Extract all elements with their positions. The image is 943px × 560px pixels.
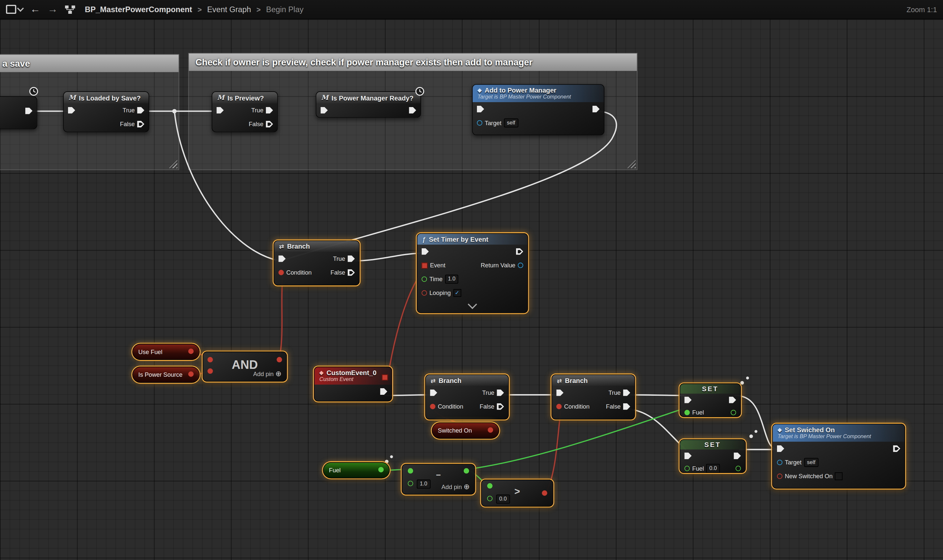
pin-label: False — [480, 403, 494, 410]
node-is-power-manager-ready[interactable]: M Is Power Manager Ready? — [316, 91, 421, 118]
node-greater[interactable]: 0.0 > — [481, 480, 554, 506]
getter-fuel[interactable]: Fuel — [323, 462, 390, 478]
fuel-in-pin[interactable] — [684, 410, 690, 415]
looping-checkbox[interactable]: ✓ — [453, 289, 461, 297]
add-pin-button[interactable]: Add pin ⊕ — [253, 369, 281, 378]
node-subtract[interactable]: 1.0 − Add pin ⊕ — [402, 464, 475, 495]
float-out-pin[interactable] — [378, 467, 384, 472]
exec-out-pin[interactable] — [409, 107, 416, 114]
target-value[interactable]: self — [504, 118, 519, 127]
bool-out-pin[interactable] — [488, 427, 493, 432]
node-is-loaded-by-save[interactable]: M Is Loaded by Save? True False — [63, 91, 149, 132]
fuel-out-pin[interactable] — [731, 410, 736, 415]
bool-out-pin[interactable] — [188, 371, 194, 377]
exec-false-pin[interactable] — [266, 121, 273, 128]
exec-true-pin[interactable] — [348, 255, 355, 262]
bool-out-pin[interactable] — [188, 348, 194, 354]
node-completed-cut[interactable]: mpleted — [0, 96, 37, 129]
node-subtitle: Target is BP Master Power Component — [778, 433, 900, 439]
getter-use-fuel[interactable]: Use Fuel — [133, 344, 200, 360]
pin-label: Condition — [286, 269, 312, 276]
function-icon: ƒ — [422, 235, 426, 243]
breadcrumb-blueprint[interactable]: BP_MasterPowerComponent — [85, 5, 192, 14]
comment-resize-handle[interactable] — [627, 160, 636, 169]
exec-false-pin[interactable] — [497, 403, 504, 410]
exec-true-pin[interactable] — [266, 107, 273, 114]
breadcrumb-begin-play[interactable]: Begin Play — [266, 5, 304, 14]
exec-true-pin[interactable] — [497, 389, 504, 396]
comment-resize-handle[interactable] — [169, 160, 177, 169]
node-branch-3[interactable]: ⇄ Branch True Condition False — [551, 374, 635, 419]
exec-false-pin[interactable] — [623, 403, 630, 410]
exec-in-pin[interactable] — [684, 452, 691, 459]
subtract-operator-label: − — [402, 470, 475, 480]
fuel-in-pin[interactable] — [684, 466, 690, 471]
subtract-in-pin-2[interactable] — [408, 481, 413, 486]
delegate-out-pin[interactable] — [382, 374, 388, 380]
exec-in-pin[interactable] — [217, 107, 224, 114]
exec-in-pin[interactable] — [422, 248, 429, 255]
forward-button[interactable]: → — [48, 4, 58, 14]
exec-in-pin[interactable] — [321, 107, 328, 114]
node-branch-2[interactable]: ⇄ Branch True Condition False — [425, 374, 509, 419]
target-pin[interactable] — [777, 460, 782, 465]
node-set-swiched-on[interactable]: ◆ Set Swiched On Target is BP Master Pow… — [772, 424, 905, 489]
condition-pin[interactable] — [278, 270, 284, 275]
fuel-out-pin[interactable] — [736, 466, 741, 471]
node-add-to-power-manager[interactable]: ◆ Add to Power Manager Target is BP Mast… — [472, 84, 605, 135]
exec-true-pin[interactable] — [137, 107, 144, 114]
toolbar: ← → BP_MasterPowerComponent > Event Grap… — [0, 0, 943, 19]
target-pin[interactable] — [477, 120, 482, 125]
exec-in-pin[interactable] — [556, 389, 563, 396]
graph-hierarchy-button[interactable] — [65, 5, 75, 14]
node-is-preview[interactable]: M Is Preview? True False — [211, 91, 278, 132]
exec-in-pin[interactable] — [430, 389, 437, 396]
exec-out-pin[interactable] — [516, 248, 523, 255]
breadcrumb-event-graph[interactable]: Event Graph — [207, 5, 251, 14]
fuel-value-input[interactable]: 0.0 — [706, 464, 720, 473]
node-branch-1[interactable]: ⇄ Branch True Condition False — [274, 240, 360, 285]
exec-in-pin[interactable] — [278, 255, 286, 262]
exec-in-pin[interactable] — [684, 397, 691, 403]
window-menu-button[interactable] — [6, 5, 23, 14]
return-value-pin[interactable] — [518, 263, 523, 268]
node-and[interactable]: AND Add pin ⊕ — [203, 351, 287, 382]
exec-out-pin[interactable] — [592, 106, 599, 112]
exec-out-pin[interactable] — [25, 108, 32, 114]
getter-switched-on[interactable]: Switched On — [432, 422, 499, 438]
expand-node-chevron-icon[interactable] — [468, 300, 477, 309]
exec-true-pin[interactable] — [623, 389, 630, 396]
function-icon: ◆ — [778, 427, 782, 432]
exec-false-pin[interactable] — [137, 121, 144, 128]
node-set-fuel-2[interactable]: SET Fuel 0.0 — [680, 440, 746, 473]
condition-pin[interactable] — [556, 404, 562, 409]
exec-out-pin[interactable] — [729, 397, 736, 403]
exec-out-pin[interactable] — [734, 452, 741, 459]
comment-title-save[interactable]: a save — [0, 55, 179, 72]
looping-pin[interactable] — [422, 290, 427, 295]
target-value[interactable]: self — [804, 458, 818, 467]
comment-title-manager[interactable]: Check if owner is preview, check if powe… — [189, 54, 637, 71]
node-set-timer-by-event[interactable]: ƒ Set Timer by Event Event Return Value … — [417, 233, 528, 313]
exec-out-pin[interactable] — [380, 388, 387, 395]
breadcrumb-separator: > — [256, 5, 261, 14]
add-pin-button[interactable]: Add pin ⊕ — [441, 483, 470, 491]
exec-in-pin[interactable] — [68, 107, 75, 114]
exec-in-pin[interactable] — [777, 445, 784, 452]
node-custom-event-0[interactable]: ◆ CustomEvent_0 Custom Event — [314, 366, 392, 402]
exec-in-pin[interactable] — [477, 106, 484, 112]
subtract-value-input[interactable]: 1.0 — [417, 480, 430, 488]
node-set-fuel-1[interactable]: SET Fuel — [680, 383, 741, 417]
new-switched-on-checkbox[interactable] — [835, 472, 843, 480]
event-delegate-pin[interactable] — [422, 262, 428, 268]
back-button[interactable]: ← — [30, 4, 40, 14]
exec-false-pin[interactable] — [348, 269, 355, 276]
time-value-input[interactable]: 1.0 — [445, 275, 458, 283]
condition-pin[interactable] — [430, 404, 435, 409]
comment-title-text: Check if owner is preview, check if powe… — [196, 57, 532, 67]
variable-label: Switched On — [438, 427, 472, 434]
getter-is-power-source[interactable]: Is Power Source — [133, 366, 200, 383]
new-switched-on-pin[interactable] — [777, 474, 782, 479]
exec-out-pin[interactable] — [893, 445, 900, 452]
time-pin[interactable] — [422, 277, 427, 282]
